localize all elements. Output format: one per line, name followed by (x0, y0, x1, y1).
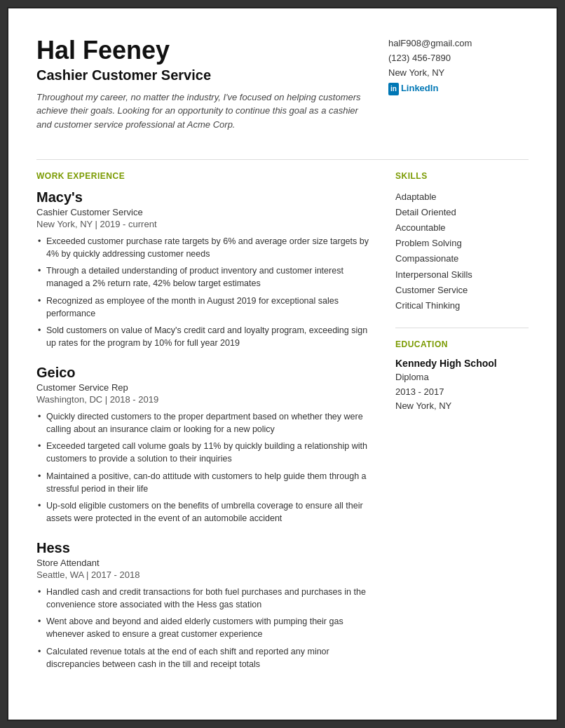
resume-document: Hal Feeney Cashier Customer Service Thro… (7, 7, 558, 721)
main-content: WORK EXPERIENCE Macy's Cashier Customer … (36, 171, 529, 692)
skill-item: Accountable (395, 220, 529, 236)
header-section: Hal Feeney Cashier Customer Service Thro… (36, 36, 529, 131)
location-date-hess: Seattle, WA | 2017 - 2018 (36, 569, 374, 580)
location: New York, NY (388, 66, 529, 81)
bullets-macys: Exceeded customer purchase rate targets … (36, 235, 374, 349)
education-heading: EDUCATION (395, 339, 529, 349)
header-left: Hal Feeney Cashier Customer Service Thro… (36, 36, 388, 131)
skill-item: Adaptable (395, 189, 529, 205)
left-column: WORK EXPERIENCE Macy's Cashier Customer … (36, 171, 374, 692)
location-date-geico: Washington, DC | 2018 - 2019 (36, 394, 374, 405)
work-experience-heading: WORK EXPERIENCE (36, 171, 374, 181)
job-title: Cashier Customer Service (36, 67, 388, 83)
role-geico: Customer Service Rep (36, 382, 374, 393)
bullets-hess: Handled cash and credit transactions for… (36, 586, 374, 670)
list-item: Exceeded targeted call volume goals by 1… (36, 440, 374, 465)
list-item: Calculated revenue totals at the end of … (36, 645, 374, 670)
list-item: Up-sold eligible customers on the benefi… (36, 499, 374, 525)
list-item: Maintained a positive, can-do attitude w… (36, 470, 374, 495)
skills-divider (395, 328, 529, 328)
candidate-name: Hal Feeney (36, 36, 388, 65)
job-entry-geico: Geico Customer Service Rep Washington, D… (36, 365, 374, 525)
list-item: Quickly directed customers to the proper… (36, 410, 374, 436)
job-entry-macys: Macy's Cashier Customer Service New York… (36, 189, 374, 349)
skills-section: SKILLS Adaptable Detail Oriented Account… (395, 171, 529, 314)
skill-item: Problem Solving (395, 236, 529, 251)
contact-info: halF908@gmail.com (123) 456-7890 New Yor… (388, 36, 529, 96)
location-date-macys: New York, NY | 2019 - current (36, 219, 374, 229)
skills-list: Adaptable Detail Oriented Accountable Pr… (395, 189, 529, 314)
linkedin-link[interactable]: LinkedIn (401, 83, 438, 93)
list-item: Exceeded customer purchase rate targets … (36, 235, 374, 260)
skill-item: Detail Oriented (395, 205, 529, 220)
role-macys: Cashier Customer Service (36, 207, 374, 217)
company-macys: Macy's (36, 189, 374, 205)
linkedin-container[interactable]: inLinkedIn (388, 81, 529, 96)
list-item: Sold customers on value of Macy's credit… (36, 324, 374, 349)
company-hess: Hess (36, 540, 374, 556)
list-item: Handled cash and credit transactions for… (36, 586, 374, 611)
phone: (123) 456-7890 (388, 51, 529, 66)
education-degree: Diploma (395, 370, 529, 385)
education-years: 2013 - 2017 (395, 385, 529, 400)
list-item: Went above and beyond and aided elderly … (36, 615, 374, 640)
education-school: Kennedy High School (395, 358, 529, 369)
header-divider (36, 159, 529, 160)
role-hess: Store Attendant (36, 558, 374, 568)
skill-item: Critical Thinking (395, 298, 529, 314)
education-location: New York, NY (395, 399, 529, 414)
right-column: SKILLS Adaptable Detail Oriented Account… (395, 171, 529, 692)
linkedin-icon: in (388, 83, 399, 95)
skill-item: Compassionate (395, 251, 529, 267)
job-entry-hess: Hess Store Attendant Seattle, WA | 2017 … (36, 540, 374, 670)
skill-item: Interpersonal Skills (395, 267, 529, 283)
education-section: EDUCATION Kennedy High School Diploma 20… (395, 339, 529, 414)
skill-item: Customer Service (395, 283, 529, 298)
email: halF908@gmail.com (388, 36, 529, 51)
company-geico: Geico (36, 365, 374, 381)
list-item: Recognized as employee of the month in A… (36, 295, 374, 320)
skills-heading: SKILLS (395, 171, 529, 181)
bullets-geico: Quickly directed customers to the proper… (36, 410, 374, 525)
summary-text: Throughout my career, no matter the indu… (36, 90, 373, 132)
list-item: Through a detailed understanding of prod… (36, 264, 374, 290)
